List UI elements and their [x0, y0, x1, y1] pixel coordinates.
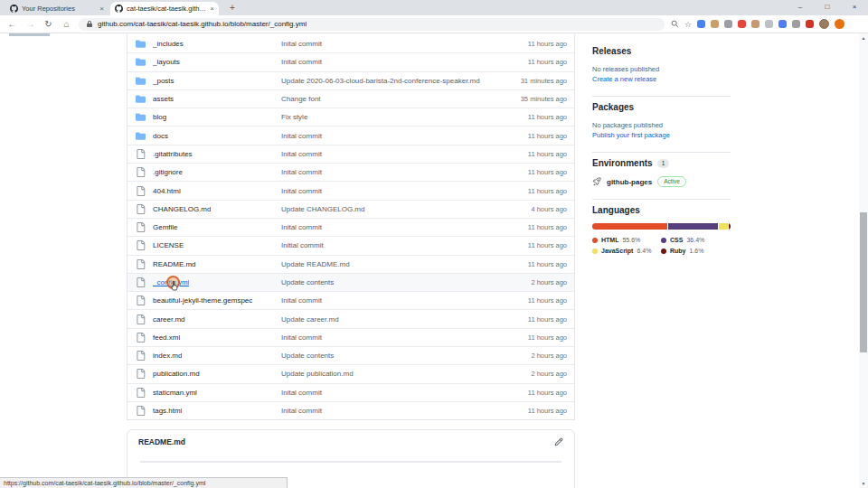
file-name-link[interactable]: publication.md	[153, 370, 200, 378]
language-legend-ruby[interactable]: Ruby1.6%	[661, 248, 731, 254]
commit-message-link[interactable]: Update 2020-06-03-cloud-barista-2nd-conf…	[281, 77, 480, 85]
file-row-404.html[interactable]: 404.html Inital commit 11 hours ago	[127, 181, 574, 199]
commit-message-link[interactable]: Inital commit	[281, 407, 480, 415]
file-row-publication.md[interactable]: publication.md Update publication.md 2 h…	[127, 364, 574, 382]
file-row-tags.html[interactable]: tags.html Inital commit 11 hours ago	[127, 401, 574, 419]
file-row-.gitattributes[interactable]: .gitattributes Inital commit 11 hours ag…	[127, 145, 574, 163]
file-name-link[interactable]: index.md	[153, 352, 182, 360]
file-name-link[interactable]: CHANGELOG.md	[153, 205, 211, 213]
commit-message-link[interactable]: Initial commit	[281, 241, 480, 249]
tab-your-repositories[interactable]: Your Repositories ×	[5, 2, 108, 15]
tab-close-icon[interactable]: ×	[99, 5, 104, 13]
file-name-link[interactable]: feed.xml	[153, 333, 180, 342]
browser-extension-tampermonkey-icon[interactable]	[711, 20, 719, 28]
file-name-link[interactable]: docs	[153, 132, 168, 140]
file-name-link[interactable]: tags.html	[153, 407, 182, 415]
commit-message-link[interactable]: Inital commit	[281, 150, 480, 158]
new-tab-button[interactable]: +	[226, 2, 239, 14]
tab-close-icon[interactable]: ×	[210, 5, 214, 13]
file-name-link[interactable]: LICENSE	[153, 241, 184, 249]
close-button[interactable]: ×	[841, 0, 868, 15]
language-legend-html[interactable]: HTML55.6%	[592, 237, 661, 243]
file-name-link[interactable]: _includes	[153, 40, 184, 48]
file-row-career.md[interactable]: career.md Update career.md 11 hours ago	[127, 309, 574, 327]
file-name-link[interactable]: Gemfile	[153, 223, 178, 231]
bookmark-star-icon[interactable]: ☆	[684, 20, 692, 29]
file-row-_posts[interactable]: _posts Update 2020-06-03-cloud-barista-2…	[127, 71, 574, 89]
commit-message-link[interactable]: Update career.md	[281, 315, 480, 324]
browser-menu-icon[interactable]	[835, 19, 844, 29]
profile-avatar[interactable]	[819, 19, 829, 29]
commit-message-link[interactable]: Inital commit	[281, 40, 480, 48]
file-row-index.md[interactable]: index.md Update contents 2 hours ago	[127, 346, 574, 364]
environment-github-pages-link[interactable]: github-pages	[607, 178, 652, 186]
commit-message-link[interactable]: Inital commit	[281, 296, 480, 305]
commit-message-link[interactable]: Inital commit	[281, 333, 480, 342]
file-row-Gemfile[interactable]: Gemfile Inital commit 11 hours ago	[127, 218, 574, 236]
file-name-link[interactable]: blog	[153, 113, 166, 121]
edit-readme-pencil-icon[interactable]	[554, 434, 563, 450]
language-legend-css[interactable]: CSS36.4%	[661, 237, 731, 243]
file-row-LICENSE[interactable]: LICENSE Initial commit 11 hours ago	[127, 236, 574, 254]
commit-message-link[interactable]: Inital commit	[281, 168, 480, 176]
back-button[interactable]: ←	[6, 19, 18, 29]
commit-message-link[interactable]: Fix style	[281, 113, 480, 121]
file-name-link[interactable]: career.md	[153, 315, 185, 324]
commit-message-link[interactable]: Update publication.md	[281, 370, 480, 378]
forward-button[interactable]: →	[24, 19, 36, 29]
file-row-beautiful-jekyll-theme.gemspec[interactable]: beautiful-jekyll-theme.gemspec Inital co…	[127, 291, 574, 309]
maximize-button[interactable]: □	[814, 0, 841, 15]
home-button[interactable]: ⌂	[61, 19, 72, 29]
browser-extension-shield-icon[interactable]	[806, 20, 814, 28]
commit-message-link[interactable]: Inital commit	[281, 132, 480, 140]
browser-extension-asterisk-icon[interactable]	[778, 20, 787, 28]
file-name-link[interactable]: .gitattributes	[153, 150, 193, 158]
browser-extension-gray-icon[interactable]	[765, 20, 773, 28]
commit-message-link[interactable]: Inital commit	[281, 223, 480, 231]
file-row-_includes[interactable]: _includes Inital commit 11 hours ago	[127, 34, 574, 52]
browser-extension-translate-icon[interactable]	[697, 20, 705, 28]
file-name-link[interactable]: _posts	[153, 77, 175, 85]
file-row-_layouts[interactable]: _layouts Inital commit 11 hours ago	[127, 52, 574, 70]
commit-message-link[interactable]: Inital commit	[281, 187, 480, 195]
address-bar[interactable]: github.com/cat-taesik/cat-taesik.github.…	[79, 18, 665, 31]
file-row-_config.yml[interactable]: _config.yml Update contents 2 hours ago	[127, 273, 574, 291]
zoom-icon[interactable]	[671, 20, 679, 28]
file-name-link[interactable]: 404.html	[153, 187, 181, 195]
file-row-README.md[interactable]: README.md Update README.md 11 hours ago	[127, 255, 574, 273]
languages-bar[interactable]	[592, 223, 731, 230]
language-legend-javascript[interactable]: JavaScript6.4%	[592, 248, 661, 254]
page-scrollbar[interactable]: ▲ ▼	[859, 33, 868, 488]
file-row-CHANGELOG.md[interactable]: CHANGELOG.md Update CHANGELOG.md 4 hours…	[127, 200, 574, 218]
file-name-link[interactable]: _layouts	[153, 58, 180, 66]
commit-message-link[interactable]: Update README.md	[281, 260, 480, 268]
file-name-link[interactable]: beautiful-jekyll-theme.gemspec	[153, 296, 252, 305]
browser-extension-basket-icon[interactable]	[751, 20, 760, 28]
commit-message-link[interactable]: Update contents	[281, 278, 480, 286]
file-row-staticman.yml[interactable]: staticman.yml Inital commit 11 hours ago	[127, 383, 574, 401]
commit-message-link[interactable]: Inital commit	[281, 389, 480, 397]
file-row-feed.xml[interactable]: feed.xml Inital commit 11 hours ago	[127, 328, 574, 346]
commit-message-link[interactable]: Update CHANGELOG.md	[281, 205, 480, 213]
scroll-up-icon[interactable]: ▲	[859, 33, 868, 42]
file-name-link[interactable]: README.md	[153, 260, 196, 268]
tab-repo-config-yml[interactable]: cat-taesik/cat-taesik.github.io: ×	[110, 2, 219, 15]
commit-message-link[interactable]: Inital commit	[281, 58, 480, 66]
minimize-button[interactable]: –	[787, 0, 814, 15]
scroll-down-icon[interactable]: ▼	[859, 479, 868, 488]
commit-message-link[interactable]: Change font	[281, 95, 480, 103]
file-name-link[interactable]: assets	[153, 95, 174, 103]
browser-extension-cursor-icon[interactable]	[724, 20, 732, 28]
reload-button[interactable]: ↻	[42, 19, 54, 29]
create-release-link[interactable]: Create a new release	[592, 74, 731, 84]
file-row-.gitignore[interactable]: .gitignore Inital commit 11 hours ago	[127, 163, 574, 181]
file-name-link[interactable]: staticman.yml	[153, 389, 197, 397]
scrollbar-thumb[interactable]	[860, 212, 867, 352]
file-row-blog[interactable]: blog Fix style 11 hours ago	[127, 108, 574, 126]
browser-extension-red-badge-icon[interactable]	[738, 20, 746, 28]
browser-extension-lightgray-icon[interactable]	[792, 20, 800, 28]
file-name-link[interactable]: .gitignore	[153, 168, 183, 176]
commit-message-link[interactable]: Update contents	[281, 352, 480, 360]
publish-package-link[interactable]: Publish your first package	[592, 130, 731, 140]
file-row-docs[interactable]: docs Inital commit 11 hours ago	[127, 126, 574, 144]
